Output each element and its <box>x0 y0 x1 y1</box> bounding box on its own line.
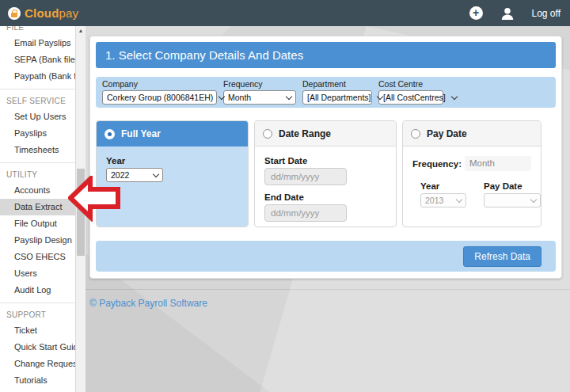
full-year-radio[interactable] <box>104 129 115 139</box>
pay-date-date-label: Pay Date <box>484 181 541 191</box>
log-off-button[interactable]: Log off <box>532 8 560 19</box>
full-year-title: Full Year <box>121 128 161 139</box>
sidebar-section-label-utility: UTILITY <box>0 168 75 182</box>
full-year-panel: Full Year Year 2022 <box>96 120 249 227</box>
sidebar-section-label-self-service: SELF SERVICE <box>0 94 75 108</box>
frequency-filter-group: Frequency Month <box>223 79 296 105</box>
sidebar-section-utility: UTILITY Accounts Data Extract File Outpu… <box>0 162 75 299</box>
sidebar-item-release-notes[interactable]: Release Notes <box>0 389 75 392</box>
cost-centre-select-value: [All CostCentres] <box>383 93 446 102</box>
pay-date-year-group: Year 2013 <box>420 181 466 207</box>
pay-date-panel-body: Frequency: Month Year 2013 <box>403 147 541 217</box>
frequency-select[interactable]: Month <box>223 90 296 105</box>
sidebar-item-payslip-design[interactable]: Payslip Design <box>0 232 75 249</box>
sidebar-item-payslips[interactable]: Payslips <box>0 125 75 142</box>
sidebar-item-quick-start-guide[interactable]: Quick Start Guide <box>0 339 75 356</box>
user-icon[interactable] <box>500 6 515 21</box>
pay-date-frequency-label: Frequency: <box>412 159 462 169</box>
full-year-panel-body: Year 2022 <box>97 147 248 227</box>
sidebar-scrollbar-thumb[interactable] <box>77 169 85 256</box>
pay-date-panel-header[interactable]: Pay Date <box>403 121 541 147</box>
chevron-down-icon <box>286 93 292 99</box>
brand-title: Cloudpay <box>25 6 78 20</box>
chevron-down-icon <box>456 196 462 202</box>
sidebar-item-file-output[interactable]: File Output <box>0 215 75 232</box>
company-select-value: Corkery Group (8006841EH) <box>107 93 213 102</box>
department-select-value: [All Departments] <box>307 93 371 102</box>
sidebar-item-accounts[interactable]: Accounts <box>0 182 75 199</box>
sidebar-scrollbar[interactable]: ▲ <box>76 26 86 392</box>
scroll-up-arrow-icon[interactable]: ▲ <box>76 26 86 36</box>
company-label: Company <box>102 79 217 89</box>
refresh-data-button[interactable]: Refresh Data <box>463 246 542 267</box>
sidebar-section-file: FILE Email Payslips SEPA (Bank file) Pay… <box>0 26 75 85</box>
pay-date-year-label: Year <box>420 181 466 191</box>
sidebar-item-sepa-bank-file[interactable]: SEPA (Bank file) <box>0 51 75 68</box>
sidebar-section-support: SUPPORT Ticket Quick Start Guide Change … <box>0 303 75 392</box>
sidebar-section-self-service: SELF SERVICE Set Up Users Payslips Times… <box>0 89 75 158</box>
main-content-area: 1. Select Company Details And Dates Comp… <box>86 26 570 392</box>
data-extract-card: 1. Select Company Details And Dates Comp… <box>89 36 562 279</box>
pay-date-year-value: 2013 <box>425 196 443 205</box>
year-select-value: 2022 <box>111 170 129 180</box>
date-range-radio[interactable] <box>263 129 272 139</box>
chevron-down-icon <box>530 196 537 202</box>
pay-date-date-group: Pay Date <box>484 181 541 207</box>
frequency-label: Frequency <box>223 79 296 89</box>
sidebar-item-tutorials[interactable]: Tutorials <box>0 372 75 389</box>
add-icon[interactable]: + <box>469 6 483 20</box>
sidebar-item-users[interactable]: Users <box>0 265 75 282</box>
company-filter-group: Company Corkery Group (8006841EH) <box>102 79 217 105</box>
chevron-down-icon <box>153 170 159 177</box>
cloudpay-logo[interactable]: Cloudpay <box>8 6 78 20</box>
date-range-panel-header[interactable]: Date Range <box>255 121 396 147</box>
company-select[interactable]: Corkery Group (8006841EH) <box>102 90 217 105</box>
padlock-icon <box>8 7 21 20</box>
full-year-panel-header[interactable]: Full Year <box>97 121 248 147</box>
chevron-down-icon <box>451 93 458 99</box>
end-date-input[interactable] <box>264 204 347 222</box>
pay-date-date-select[interactable] <box>484 193 541 207</box>
top-header-bar: Cloudpay + Log off <box>0 0 570 26</box>
date-range-panel: Date Range Start Date End Date <box>254 120 397 227</box>
sidebar-section-label-support: SUPPORT <box>0 308 75 322</box>
sidebar-item-data-extract[interactable]: Data Extract <box>0 199 75 215</box>
pay-date-year-select[interactable]: 2013 <box>420 193 466 207</box>
date-range-panel-body: Start Date End Date <box>255 147 396 227</box>
section-title: 1. Select Company Details And Dates <box>96 42 556 68</box>
department-label: Department <box>302 79 372 89</box>
sidebar-item-cso-ehecs[interactable]: CSO EHECS <box>0 249 75 265</box>
cost-centre-label: Cost Centre <box>378 79 443 89</box>
start-date-input[interactable] <box>264 168 347 185</box>
sidebar-item-audit-log[interactable]: Audit Log <box>0 282 75 299</box>
payback-footer-link[interactable]: © Payback Payroll Software <box>89 298 207 309</box>
sidebar-item-change-request[interactable]: Change Request <box>0 356 75 372</box>
pay-date-panel: Pay Date Frequency: Month Year 2013 <box>402 120 542 227</box>
start-date-label: Start Date <box>264 156 386 166</box>
cost-centre-select[interactable]: [All CostCentres] <box>378 90 443 105</box>
sidebar-item-paypath-bank-file[interactable]: Paypath (Bank file) <box>0 68 75 85</box>
department-filter-group: Department [All Departments] <box>302 79 372 105</box>
company-filter-row: Company Corkery Group (8006841EH) Freque… <box>96 77 556 108</box>
sidebar-item-set-up-users[interactable]: Set Up Users <box>0 108 75 125</box>
sidebar-item-email-payslips[interactable]: Email Payslips <box>0 35 75 51</box>
pay-date-radio[interactable] <box>411 129 420 139</box>
sidebar-nav: FILE Email Payslips SEPA (Bank file) Pay… <box>0 26 76 392</box>
pay-date-title: Pay Date <box>427 128 467 139</box>
frequency-select-value: Month <box>228 93 251 102</box>
department-select[interactable]: [All Departments] <box>302 90 372 105</box>
end-date-label: End Date <box>264 192 386 202</box>
year-select[interactable]: 2022 <box>106 168 163 182</box>
sidebar-item-timesheets[interactable]: Timesheets <box>0 142 75 158</box>
sidebar-item-ticket[interactable]: Ticket <box>0 322 75 339</box>
year-label: Year <box>106 156 238 166</box>
date-range-title: Date Range <box>279 128 331 139</box>
sidebar-section-label-file: FILE <box>0 26 75 35</box>
cost-centre-filter-group: Cost Centre [All CostCentres] <box>378 79 443 105</box>
pay-date-frequency-value: Month <box>465 156 531 171</box>
refresh-bar: Refresh Data <box>96 241 556 272</box>
